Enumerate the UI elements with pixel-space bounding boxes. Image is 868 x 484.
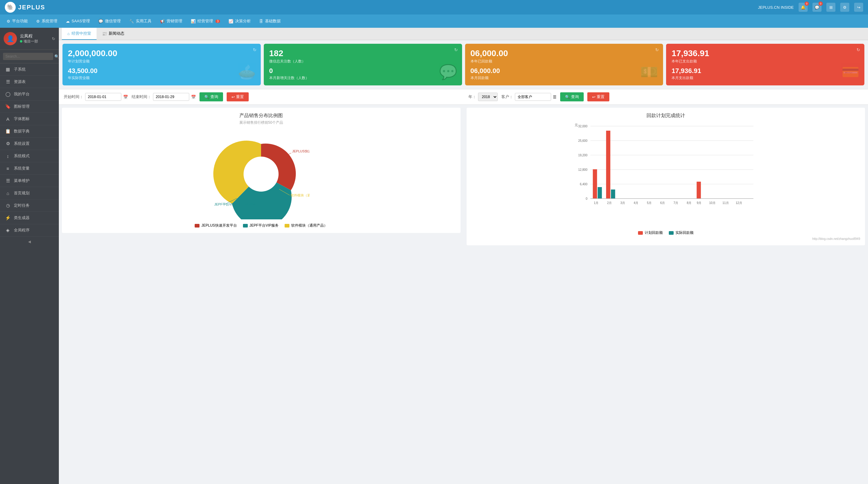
avatar-image: 👤 bbox=[4, 32, 17, 45]
filter-year-select[interactable]: 2018 bbox=[478, 93, 498, 101]
chart-right: 年： 2018 客户： ☰ 🔍 查询 ↩ bbox=[464, 89, 868, 248]
legend-color-teal bbox=[243, 224, 248, 227]
resource-icon: ☰ bbox=[5, 79, 11, 85]
nav-marketing[interactable]: 📢 营销管理 bbox=[156, 14, 187, 28]
legend-item-red: JEPLUS快速开发平台 bbox=[195, 223, 237, 228]
header-right: JEPLUS.CN INSIDE 🔔 0 💬 0 ⊞ ⚙ ↪ bbox=[758, 3, 863, 12]
stat-sub-value-3: 06,000.00 bbox=[470, 67, 658, 75]
menumaint-icon: ☰ bbox=[5, 178, 11, 184]
svg-text:6,400: 6,400 bbox=[580, 183, 587, 186]
sidebar-item-scheduler[interactable]: ◷ 定时任务 bbox=[0, 199, 59, 212]
donut-hole bbox=[244, 157, 279, 192]
stat-refresh-4[interactable]: ↻ bbox=[857, 47, 860, 52]
sidebar-item-fonticon[interactable]: A 字体图标 bbox=[0, 113, 59, 125]
tab-operations[interactable]: ⌂ 经营中控室 bbox=[62, 28, 97, 40]
stat-main-label-2: 微信总关注数（人数） bbox=[269, 59, 457, 64]
filter-customer-label: 客户： bbox=[501, 94, 513, 100]
filter-row-left: 开始时间： 📅 结束时间： 📅 🔍 查询 ↩ bbox=[59, 89, 464, 105]
filter-query-button-right[interactable]: 🔍 查询 bbox=[560, 92, 584, 101]
customer-list-icon[interactable]: ☰ bbox=[553, 95, 557, 99]
pie-chart-subtitle: 展示销售排行榜前50个产品 bbox=[67, 120, 456, 125]
nav-decision[interactable]: 📈 决策分析 bbox=[224, 14, 255, 28]
sidebar-item-homepage[interactable]: ⌂ 首页规划 bbox=[0, 187, 59, 199]
user-dept: 项目一部 bbox=[20, 39, 49, 44]
nav-basedata-icon: 🗄 bbox=[259, 19, 263, 24]
search-button[interactable]: 🔍 bbox=[54, 54, 59, 59]
settings-icon[interactable]: ⚙ bbox=[840, 3, 849, 12]
nav-platform-icon: ⚙ bbox=[7, 19, 10, 24]
legend-color-actual bbox=[669, 231, 674, 235]
nav-platform[interactable]: ⚙ 平台功能 bbox=[2, 14, 32, 28]
sidebar-item-sysmode[interactable]: ↕ 系统模式 bbox=[0, 150, 59, 162]
legend-color-yellow bbox=[285, 224, 289, 227]
sidebar-collapse[interactable]: ◀ bbox=[0, 236, 59, 247]
chart-left: 开始时间： 📅 结束时间： 📅 🔍 查询 ↩ bbox=[59, 89, 464, 248]
calendar-icon-start[interactable]: 📅 bbox=[123, 95, 128, 99]
legend-color-plan bbox=[638, 231, 643, 235]
calendar-icon-end[interactable]: 📅 bbox=[191, 95, 196, 99]
nav-tools[interactable]: 🔧 实用工具 bbox=[125, 14, 156, 28]
sidebar-item-sysvar[interactable]: ≡ 系统变量 bbox=[0, 162, 59, 175]
user-refresh-icon[interactable]: ↻ bbox=[52, 36, 55, 41]
svg-text:0: 0 bbox=[586, 197, 587, 200]
search-input[interactable] bbox=[3, 53, 53, 60]
nav-operations[interactable]: 📊 经营管理 3 bbox=[187, 14, 224, 28]
filter-customer-input[interactable] bbox=[515, 93, 551, 101]
tab-news[interactable]: 📰 新闻动态 bbox=[97, 28, 130, 40]
sidebar-item-global[interactable]: ◈ 全局程序 bbox=[0, 224, 59, 236]
svg-text:12月: 12月 bbox=[736, 201, 742, 204]
grid-icon[interactable]: ⊞ bbox=[826, 3, 835, 12]
sidebar-item-datadict[interactable]: 📋 数据字典 bbox=[0, 125, 59, 138]
sidebar-item-iconmgr[interactable]: 🔖 图标管理 bbox=[0, 100, 59, 113]
message-icon[interactable]: 💬 0 bbox=[812, 3, 822, 12]
nav-system-icon: ⚙ bbox=[36, 19, 40, 24]
top-header: 🐘 JEPLUS JEPLUS.CN INSIDE 🔔 0 💬 0 ⊞ ⚙ ↪ bbox=[0, 0, 868, 14]
filter-end-group: 结束时间： 📅 bbox=[132, 93, 196, 101]
logout-icon[interactable]: ↪ bbox=[854, 3, 863, 12]
stat-card-wechat: ↻ 182 微信总关注数（人数） 0 本月新增关注数（人数） 💬 bbox=[264, 44, 462, 86]
sidebar-item-codegen[interactable]: ⚡ 类生成器 bbox=[0, 212, 59, 224]
bar-chart-panel: 回款计划完成统计 元 32,000 25,600 bbox=[467, 108, 865, 245]
legend-item-yellow: 软件模块（通用产品） bbox=[285, 223, 328, 228]
settings-icon: ⚙ bbox=[5, 141, 11, 147]
main-layout: 👤 云凤程 项目一部 ↻ 🔍 ▦ 子系统 ☰ 资源表 bbox=[0, 28, 868, 484]
stat-refresh-2[interactable]: ↻ bbox=[454, 47, 458, 52]
filter-start-input[interactable] bbox=[85, 93, 121, 101]
nav-system[interactable]: ⚙ 系统管理 bbox=[32, 14, 62, 28]
svg-text:1月: 1月 bbox=[594, 201, 598, 204]
stat-sub-label-1: 年实际营业额 bbox=[68, 75, 255, 80]
logo-area: 🐘 JEPLUS bbox=[5, 2, 45, 13]
filter-row-right: 年： 2018 客户： ☰ 🔍 查询 ↩ bbox=[464, 89, 868, 105]
sidebar-item-subsystem[interactable]: ▦ 子系统 bbox=[0, 63, 59, 76]
stat-main-value-4: 17,936.91 bbox=[672, 49, 859, 58]
sidebar-item-menumaint[interactable]: ☰ 菜单维护 bbox=[0, 175, 59, 187]
notification-icon[interactable]: 🔔 0 bbox=[799, 3, 808, 12]
stat-main-value-2: 182 bbox=[269, 49, 457, 58]
nav-saas[interactable]: ☁ SAAS管理 bbox=[62, 14, 94, 28]
filter-query-button-left[interactable]: 🔍 查询 bbox=[199, 92, 223, 101]
sidebar-user: 👤 云凤程 项目一部 ↻ bbox=[0, 28, 59, 50]
nav-wechat[interactable]: 💬 微信管理 bbox=[94, 14, 125, 28]
legend-color-red bbox=[195, 224, 199, 227]
stat-bg-icon-3: 💵 bbox=[640, 64, 658, 80]
filter-reset-button-left[interactable]: ↩ 重置 bbox=[227, 92, 249, 101]
tab-operations-icon: ⌂ bbox=[67, 31, 70, 36]
sidebar-item-resource[interactable]: ☰ 资源表 bbox=[0, 76, 59, 88]
stat-refresh-1[interactable]: ↻ bbox=[253, 47, 256, 52]
global-icon: ◈ bbox=[5, 227, 11, 233]
filter-start-group: 开始时间： 📅 bbox=[64, 93, 128, 101]
filter-reset-button-right[interactable]: ↩ 重置 bbox=[587, 92, 609, 101]
filter-end-input[interactable] bbox=[153, 93, 189, 101]
legend-label-teal: JEPF平台VIP服务 bbox=[250, 223, 279, 228]
pie-chart-title: 产品销售分布比例图 bbox=[67, 112, 456, 119]
stat-refresh-3[interactable]: ↻ bbox=[655, 47, 659, 52]
filter-year-group: 年： 2018 bbox=[468, 93, 498, 101]
stat-card-receivable: ↻ 06,000.00 本年已回款额 06,000.00 本月回款额 💵 bbox=[465, 44, 663, 86]
pie-label-teal: JEPF平台VIP服务：34.48% bbox=[214, 202, 256, 206]
filter-end-label: 结束时间： bbox=[132, 94, 151, 100]
message-badge: 0 bbox=[818, 1, 823, 6]
bar-plan-2 bbox=[606, 131, 610, 198]
sidebar-item-myplatform[interactable]: ◯ 我的平台 bbox=[0, 88, 59, 100]
sidebar-item-settings[interactable]: ⚙ 系统设置 bbox=[0, 138, 59, 150]
nav-basedata[interactable]: 🗄 基础数据 bbox=[255, 14, 285, 28]
